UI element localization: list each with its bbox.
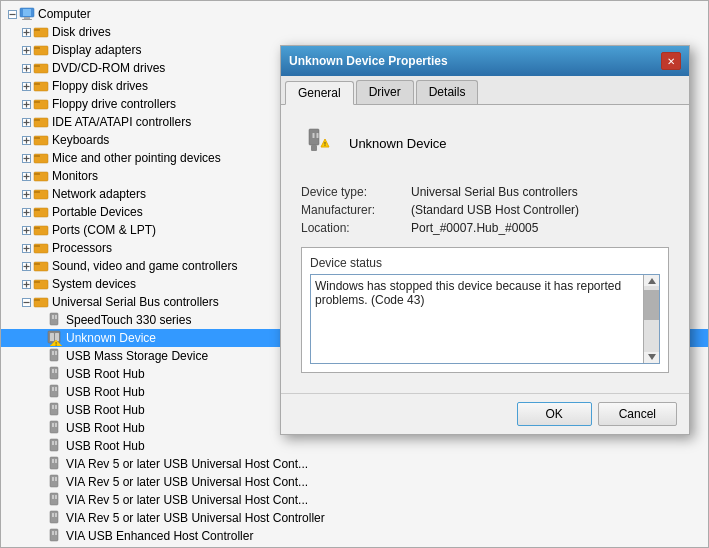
svg-rect-99	[50, 385, 58, 397]
svg-rect-15	[34, 47, 40, 49]
status-section: Device status Windows has stopped this d…	[301, 247, 669, 373]
svg-rect-121	[52, 513, 54, 517]
expand-icon-ports[interactable]	[19, 223, 33, 237]
svg-rect-125	[55, 531, 57, 535]
expand-icon-usbroot5	[33, 439, 47, 453]
svg-rect-45	[34, 155, 40, 157]
expand-icon-network[interactable]	[19, 187, 33, 201]
expand-icon-ideata[interactable]	[19, 115, 33, 129]
svg-rect-103	[52, 405, 54, 409]
svg-rect-122	[55, 513, 57, 517]
item-icon-speedtouch	[47, 312, 63, 328]
tab-general-content: ! Unknown Device Device type: Universal …	[281, 105, 689, 393]
tab-general[interactable]: General	[285, 81, 354, 105]
location-row: Location: Port_#0007.Hub_#0005	[301, 221, 669, 235]
svg-rect-87	[55, 315, 57, 319]
svg-rect-113	[55, 459, 57, 463]
tab-driver[interactable]: Driver	[356, 80, 414, 104]
status-section-label: Device status	[310, 256, 660, 270]
expand-icon-displayadapters[interactable]	[19, 43, 33, 57]
item-icon-usbroot2	[47, 384, 63, 400]
expand-icon-usbroot4	[33, 421, 47, 435]
tab-details[interactable]: Details	[416, 80, 479, 104]
item-label-keyboards: Keyboards	[52, 133, 109, 147]
item-label-processors: Processors	[52, 241, 112, 255]
item-label-usbroot2: USB Root Hub	[66, 385, 145, 399]
svg-rect-40	[34, 137, 40, 139]
item-icon-viausb	[47, 528, 63, 544]
expand-icon-monitors[interactable]	[19, 169, 33, 183]
item-label-ideata: IDE ATA/ATAPI controllers	[52, 115, 191, 129]
expand-icon-system[interactable]	[19, 277, 33, 291]
tree-item-viarev2[interactable]: VIA Rev 5 or later USB Universal Host Co…	[1, 473, 708, 491]
tree-item-usbroot5[interactable]: USB Root Hub	[1, 437, 708, 455]
scroll-up-arrow[interactable]	[648, 278, 656, 284]
svg-rect-98	[55, 369, 57, 373]
expand-icon-mice[interactable]	[19, 151, 33, 165]
item-label-viausb: VIA USB Enhanced Host Controller	[66, 529, 253, 543]
device-header: ! Unknown Device	[293, 117, 677, 169]
expand-icon-usb[interactable]	[19, 295, 33, 309]
item-icon-dvdcdrom	[33, 60, 49, 76]
svg-rect-94	[52, 351, 54, 355]
ok-button[interactable]: OK	[517, 402, 592, 426]
close-button[interactable]: ✕	[661, 52, 681, 70]
expand-icon-usbroot1	[33, 367, 47, 381]
cancel-button[interactable]: Cancel	[598, 402, 677, 426]
svg-rect-127	[311, 145, 317, 151]
scroll-down-arrow[interactable]	[648, 354, 656, 360]
expand-icon-soundvideo[interactable]	[19, 259, 33, 273]
item-icon-system	[33, 276, 49, 292]
item-label-viarev4: VIA Rev 5 or later USB Universal Host Co…	[66, 511, 325, 525]
item-icon-floppydisk	[33, 78, 49, 94]
expand-icon-floppydisk[interactable]	[19, 79, 33, 93]
expand-icon-processors[interactable]	[19, 241, 33, 255]
svg-rect-117	[50, 493, 58, 505]
tree-item-viarev1[interactable]: VIA Rev 5 or later USB Universal Host Co…	[1, 455, 708, 473]
item-icon-usbmass	[47, 348, 63, 364]
expand-icon-dvdcdrom[interactable]	[19, 61, 33, 75]
svg-rect-84	[34, 299, 40, 301]
tree-item-viarev4[interactable]: VIA Rev 5 or later USB Universal Host Co…	[1, 509, 708, 527]
item-label-floppydisk: Floppy disk drives	[52, 79, 148, 93]
item-label-dvdcdrom: DVD/CD-ROM drives	[52, 61, 165, 75]
scrollbar[interactable]	[643, 275, 659, 363]
expand-icon-floppydrive[interactable]	[19, 97, 33, 111]
item-icon-usbroot4	[47, 420, 63, 436]
item-label-displayadapters: Display adapters	[52, 43, 141, 57]
svg-rect-120	[50, 511, 58, 523]
item-label-unknown: Unknown Device	[66, 331, 156, 345]
svg-rect-118	[52, 495, 54, 499]
tree-item-viausb[interactable]: VIA USB Enhanced Host Controller	[1, 527, 708, 545]
svg-rect-60	[34, 209, 40, 211]
svg-rect-108	[50, 439, 58, 451]
item-label-usbmass: USB Mass Storage Device	[66, 349, 208, 363]
svg-rect-95	[55, 351, 57, 355]
item-icon-usbroot3	[47, 402, 63, 418]
item-label-speedtouch: SpeedTouch 330 series	[66, 313, 191, 327]
tree-item-viarev3[interactable]: VIA Rev 5 or later USB Universal Host Co…	[1, 491, 708, 509]
svg-rect-10	[34, 29, 40, 31]
tree-item-diskdrives[interactable]: Disk drives	[1, 23, 708, 41]
item-label-ports: Ports (COM & LPT)	[52, 223, 156, 237]
item-label-system: System devices	[52, 277, 136, 291]
scroll-thumb[interactable]	[644, 290, 659, 320]
svg-rect-110	[55, 441, 57, 445]
svg-rect-116	[55, 477, 57, 481]
expand-icon-keyboards[interactable]	[19, 133, 33, 147]
svg-rect-4	[24, 17, 30, 19]
item-label-usbroot4: USB Root Hub	[66, 421, 145, 435]
item-icon-unknown: !	[47, 330, 63, 346]
tree-item-computer[interactable]: Computer	[1, 5, 708, 23]
dialog-title: Unknown Device Properties	[289, 54, 448, 68]
device-type-label: Device type:	[301, 185, 411, 199]
dialog-body: General Driver Details !	[281, 76, 689, 393]
expand-icon-diskdrives[interactable]	[19, 25, 33, 39]
scroll-track	[644, 286, 659, 352]
svg-rect-100	[52, 387, 54, 391]
expand-icon-computer[interactable]	[5, 7, 19, 21]
expand-icon-portable[interactable]	[19, 205, 33, 219]
expand-icon-usbmass	[33, 349, 47, 363]
svg-rect-114	[50, 475, 58, 487]
svg-rect-30	[34, 101, 40, 103]
